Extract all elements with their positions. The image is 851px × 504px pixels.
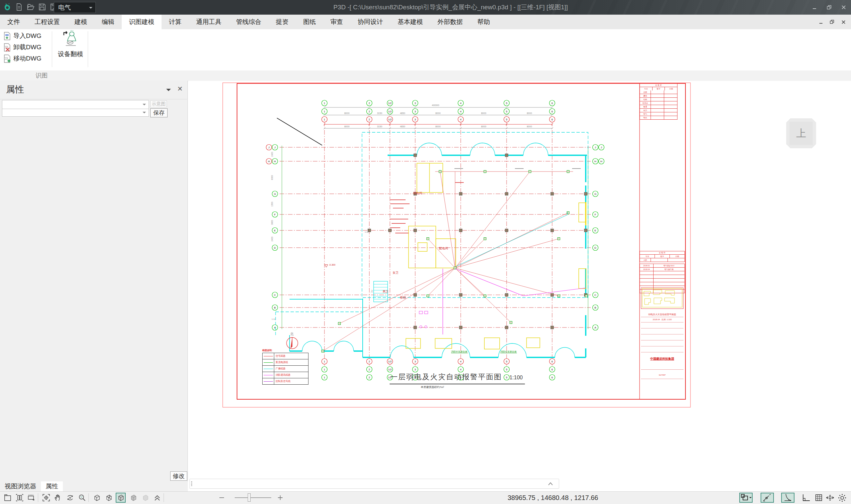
panel-tab-视图浏览器[interactable]: 视图浏览器 xyxy=(0,481,41,491)
schematic-button[interactable]: 示意图 xyxy=(150,101,167,107)
svg-text:G: G xyxy=(594,193,596,196)
snap-angle-button[interactable] xyxy=(781,493,795,503)
snap-point-button[interactable] xyxy=(761,493,774,503)
svg-text:3150: 3150 xyxy=(377,125,382,128)
child-minimize-button[interactable] xyxy=(815,15,827,29)
restore-button[interactable] xyxy=(822,0,836,15)
chevron-up-icon[interactable] xyxy=(548,482,553,485)
gizmo-button[interactable] xyxy=(825,493,835,503)
menu-管线综合[interactable]: 管线综合 xyxy=(229,15,269,29)
menu-工程设置[interactable]: 工程设置 xyxy=(27,15,67,29)
leader-line xyxy=(277,118,322,145)
menu-帮助[interactable]: 帮助 xyxy=(470,15,497,29)
menu-协同设计[interactable]: 协同设计 xyxy=(350,15,390,29)
panel-tab-属性[interactable]: 属性 xyxy=(41,481,63,491)
svg-text:2: 2 xyxy=(369,360,370,363)
menu-计算[interactable]: 计算 xyxy=(162,15,189,29)
menu-通用工具[interactable]: 通用工具 xyxy=(189,15,229,29)
hidden-line-style-button[interactable] xyxy=(104,493,114,503)
minimize-button[interactable] xyxy=(807,0,822,15)
svg-text:G: G xyxy=(274,193,276,196)
drawing-scale: 1:100 xyxy=(509,375,523,380)
unload-dwg-icon xyxy=(3,43,11,52)
property-combo-1[interactable] xyxy=(2,100,149,109)
walls xyxy=(276,132,588,357)
svg-text:1: 1 xyxy=(324,360,325,363)
shaded-style-button[interactable] xyxy=(116,493,126,503)
svg-text:4850: 4850 xyxy=(400,125,405,128)
ribbon-separator xyxy=(52,31,52,67)
structural-columns xyxy=(368,154,587,329)
child-restore-button[interactable] xyxy=(827,15,838,29)
drag-handle[interactable] xyxy=(191,481,192,487)
save-property-button[interactable]: 保存 xyxy=(150,108,167,118)
panel-tab-bar: 视图浏览器属性 xyxy=(0,481,188,491)
svg-text:E: E xyxy=(274,229,276,232)
modify-button[interactable]: 修改 xyxy=(170,471,187,481)
zoom-slider-handle[interactable] xyxy=(248,493,251,502)
menu-图纸[interactable]: 图纸 xyxy=(296,15,323,29)
menu-审查[interactable]: 审查 xyxy=(323,15,350,29)
pan-button[interactable] xyxy=(53,493,63,503)
import-dwg-button[interactable]: 导入DWG xyxy=(3,31,41,40)
viewcube[interactable]: 上 xyxy=(786,118,816,148)
menu-编辑[interactable]: 编辑 xyxy=(94,15,122,29)
svg-text:J: J xyxy=(274,146,276,149)
title-block: 会 签 栏 专业签字日期 总图建筑结构给排水暖通动力电气电讯 会 签 栏 专业签… xyxy=(639,84,685,399)
svg-text:8000: 8000 xyxy=(481,112,486,114)
add-view-button[interactable] xyxy=(26,493,37,503)
application-window: 电气 P3D -[ C:\Users\sun82\Desktop\引导实例_会展… xyxy=(0,0,851,504)
svg-text:4850: 4850 xyxy=(400,112,405,114)
open-file-icon[interactable] xyxy=(26,2,35,12)
command-bar[interactable] xyxy=(189,479,559,489)
orbit-button[interactable] xyxy=(65,493,75,503)
menu-外部数据[interactable]: 外部数据 xyxy=(430,15,470,29)
move-dwg-label: 移动DWG xyxy=(13,54,41,63)
zoom-in-button[interactable] xyxy=(275,493,285,503)
menu-基本建模[interactable]: 基本建模 xyxy=(390,15,430,29)
child-close-button[interactable] xyxy=(838,15,849,29)
new-file-icon[interactable] xyxy=(14,2,24,12)
wireframe-style-button[interactable] xyxy=(92,493,102,503)
tile-views-button[interactable] xyxy=(15,493,24,503)
ortho-mode-button[interactable] xyxy=(801,493,811,503)
grid-toggle-button[interactable] xyxy=(814,493,824,503)
discipline-dropdown[interactable]: 电气 xyxy=(54,2,96,13)
selection-mode-button[interactable] xyxy=(739,493,753,503)
property-combo-2[interactable] xyxy=(2,109,149,117)
svg-text:40000: 40000 xyxy=(432,104,439,107)
panel-close-icon[interactable]: ✕ xyxy=(177,85,183,93)
svg-text:2: 2 xyxy=(369,110,370,113)
save-icon[interactable] xyxy=(38,2,47,12)
new-view-button[interactable] xyxy=(3,493,13,503)
settings-gear-icon[interactable] xyxy=(837,493,847,503)
move-dwg-button[interactable]: 移动DWG xyxy=(3,54,41,63)
shaded-edges-style-button[interactable] xyxy=(128,493,138,503)
menu-提资[interactable]: 提资 xyxy=(269,15,296,29)
menu-文件[interactable]: 文件 xyxy=(0,15,27,29)
realistic-style-button[interactable] xyxy=(140,493,150,503)
svg-text:D: D xyxy=(594,246,596,249)
close-button[interactable] xyxy=(836,0,851,15)
zoom-extents-button[interactable] xyxy=(41,493,51,503)
device-model-button[interactable]: 设备翻模 xyxy=(55,30,86,69)
room-labels: 弱电间 配电间 女卫 男卫 楼梯 上 1:12 1:12 消防水泵接合器 消防水… xyxy=(272,192,517,353)
zoom-button[interactable] xyxy=(77,493,87,503)
svg-text:1/2: 1/2 xyxy=(388,368,392,371)
menu-建模[interactable]: 建模 xyxy=(67,15,94,29)
menu-识图建模[interactable]: 识图建模 xyxy=(122,15,162,29)
unload-dwg-label: 卸载DWG xyxy=(13,43,41,52)
svg-text:5: 5 xyxy=(506,368,508,371)
move-dwg-icon xyxy=(3,54,11,63)
drawing-canvas[interactable]: 4000080008000315031504850485080008000800… xyxy=(188,81,851,491)
svg-text:1:12: 1:12 xyxy=(365,231,369,233)
zoom-slider-track[interactable] xyxy=(235,497,271,498)
svg-text:1: 1 xyxy=(324,368,325,371)
zoom-out-button[interactable] xyxy=(217,493,227,503)
svg-text:2: 2 xyxy=(369,102,370,105)
unload-dwg-button[interactable]: 卸载DWG xyxy=(3,42,41,52)
panel-collapse-icon[interactable] xyxy=(166,89,171,93)
collapse-toolbar-button[interactable] xyxy=(152,493,162,503)
chevron-down-icon xyxy=(89,7,92,10)
svg-text:8000: 8000 xyxy=(481,125,486,128)
